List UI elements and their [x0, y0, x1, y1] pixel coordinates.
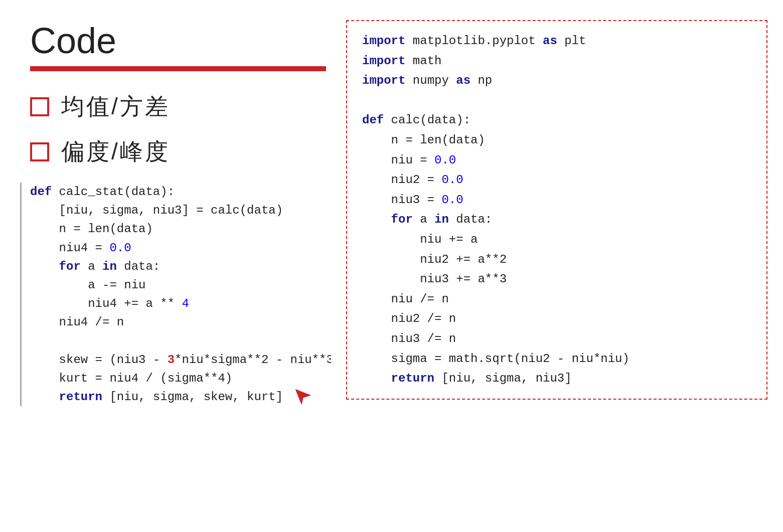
code-bracket: [20, 183, 24, 406]
checkbox-label-1: 均值/方差: [61, 91, 170, 122]
checkbox-label-2: 偏度/峰度: [61, 136, 170, 167]
left-code-block: def calc_stat(data): [niu, sigma, niu3] …: [30, 183, 301, 406]
checkbox-mean-variance: 均值/方差: [30, 91, 301, 122]
left-code-pre: def calc_stat(data): [niu, sigma, niu3] …: [30, 183, 301, 406]
page-title: Code: [30, 20, 301, 61]
checkbox-skew-kurt: 偏度/峰度: [30, 136, 301, 167]
checkbox-icon-1: [30, 97, 49, 116]
right-code-pre: import matplotlib.pyplot as plt import m…: [362, 31, 751, 389]
checkbox-icon-2: [30, 142, 49, 161]
right-panel: import matplotlib.pyplot as plt import m…: [331, 0, 783, 532]
right-code-box: import matplotlib.pyplot as plt import m…: [346, 20, 767, 400]
red-divider: [30, 66, 326, 71]
left-panel: Code 均值/方差 偏度/峰度 def calc_stat(data): [n…: [0, 0, 331, 532]
